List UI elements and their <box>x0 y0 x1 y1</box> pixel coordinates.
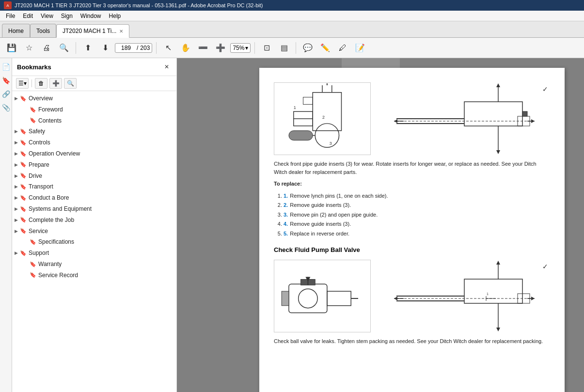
diagram-row-2: ✓ <box>274 260 550 332</box>
bookmark-item-operation-overview[interactable]: ▶ 🔖 Operation Overview <box>12 148 176 159</box>
page-area[interactable]: 1 2 3 ✓ <box>177 58 584 392</box>
tab-doc[interactable]: JT2020 MACH 1 Ti... ✕ <box>56 24 129 38</box>
expand-icon: ▶ <box>12 94 20 102</box>
expand-icon: ▶ <box>12 205 20 213</box>
tab-close-icon[interactable]: ✕ <box>119 29 123 34</box>
svg-marker-45 <box>496 328 500 331</box>
menu-view[interactable]: View <box>37 12 57 20</box>
bookmark-item-prepare[interactable]: ▶ 🔖 Prepare <box>12 159 176 171</box>
prev-page-button[interactable]: ⬆ <box>80 40 95 56</box>
bookmark-item-specifications[interactable]: 🔖 Specifications <box>12 236 176 248</box>
bookmark-item-service-record[interactable]: 🔖 Service Record <box>12 270 176 281</box>
tab-doc-label: JT2020 MACH 1 Ti... <box>63 28 116 34</box>
section-title: Check Fluid Pump Ball Valve <box>274 245 550 255</box>
text-paragraph-2: Check ball valve for leaks. Tighten stem… <box>274 337 550 345</box>
zoom-out-button[interactable]: ➖ <box>195 40 211 56</box>
page-nav-group: / 203 <box>115 43 152 53</box>
bookmark-item-controls[interactable]: ▶ 🔖 Controls <box>12 137 176 148</box>
sidebar-link-icon[interactable]: 🔗 <box>1 89 11 99</box>
menu-edit[interactable]: Edit <box>19 12 37 20</box>
bookmarks-panel: Bookmarks ✕ ☰▾ 🗑 ➕ 🔍 ▶ 🔖 Overview 🔖 Fore… <box>12 58 177 392</box>
expand-icon: ▶ <box>12 172 20 180</box>
print-button[interactable]: 🖨 <box>39 40 54 56</box>
bookmark-item-contents[interactable]: 🔖 Contents <box>12 115 176 126</box>
menu-sign[interactable]: Sign <box>57 12 77 20</box>
bm-sep-1 <box>32 79 32 87</box>
bookmark-icon: 🔖 <box>20 140 27 146</box>
close-bookmarks-button[interactable]: ✕ <box>162 62 172 72</box>
highlight-button[interactable]: ✏️ <box>317 40 333 56</box>
bookmark-icon: 🔖 <box>20 228 27 235</box>
bookmark-icon: 🔖 <box>20 161 27 168</box>
search-button[interactable]: 🔍 <box>56 40 72 56</box>
bookmark-button[interactable]: ☆ <box>21 40 37 56</box>
sign-button[interactable]: 📝 <box>352 40 368 56</box>
step-num: 2. <box>284 202 288 208</box>
bookmark-item-service[interactable]: ▶ 🔖 Service <box>12 226 176 237</box>
bookmark-item-transport[interactable]: ▶ 🔖 Transport <box>12 181 176 192</box>
diagram-box-2 <box>274 260 371 332</box>
find-bookmark-button[interactable]: 🔍 <box>64 78 77 89</box>
tab-home-label: Home <box>8 28 24 34</box>
bookmark-item-drive[interactable]: ▶ 🔖 Drive <box>12 171 176 182</box>
bookmark-item-safety[interactable]: ▶ 🔖 Safety <box>12 126 176 137</box>
next-page-button[interactable]: ⬇ <box>97 40 113 56</box>
save-button[interactable]: 💾 <box>4 40 19 56</box>
step-text: Remove guide inserts (3). <box>290 202 351 208</box>
comment-button[interactable]: 💬 <box>300 40 316 56</box>
svg-rect-35 <box>282 291 289 306</box>
zoom-select[interactable]: 75% ▾ <box>230 43 251 53</box>
separator-2 <box>156 42 157 54</box>
pen-button[interactable]: 🖊 <box>335 40 350 56</box>
cursor-tool-button[interactable]: ↖ <box>160 40 176 56</box>
svg-rect-27 <box>289 284 327 313</box>
page-document: 1 2 3 ✓ <box>259 68 565 392</box>
delete-bookmark-button[interactable]: 🗑 <box>35 78 47 89</box>
tab-bar: Home Tools JT2020 MACH 1 Ti... ✕ <box>0 21 584 38</box>
bookmark-label: Contents <box>38 117 62 125</box>
bookmark-menu-button[interactable]: ☰▾ <box>16 78 29 89</box>
expand-icon: ▶ <box>12 216 20 224</box>
bookmark-item-support[interactable]: ▶ 🔖 Support <box>12 248 176 259</box>
pan-tool-button[interactable]: ✋ <box>178 40 193 56</box>
steps-list: 1.Remove lynch pins (1, one on each side… <box>284 192 550 238</box>
bookmark-label: Warranty <box>38 260 62 268</box>
tab-home[interactable]: Home <box>2 24 30 37</box>
bookmark-icon: 🔖 <box>20 250 27 257</box>
bookmark-icon: 🔖 <box>20 195 27 202</box>
bookmark-item-foreword[interactable]: 🔖 Foreword <box>12 104 176 115</box>
two-page-button[interactable]: ▤ <box>276 40 292 56</box>
svg-marker-22 <box>496 150 500 154</box>
zoom-dropdown-icon: ▾ <box>245 45 248 51</box>
add-bookmark-button[interactable]: ➕ <box>49 78 62 89</box>
svg-marker-24 <box>496 83 500 87</box>
diagram-right-1: ✓ <box>379 82 550 155</box>
sidebar-bookmark-icon[interactable]: 🔖 <box>1 76 11 85</box>
bookmark-item-overview[interactable]: ▶ 🔖 Overview <box>12 93 176 104</box>
bookmark-label: Specifications <box>38 238 74 246</box>
bookmark-label: Conduct a Bore <box>29 194 69 202</box>
bookmark-item-warranty[interactable]: 🔖 Warranty <box>12 259 176 270</box>
svg-rect-0 <box>313 93 341 131</box>
bookmarks-title: Bookmarks <box>17 63 51 71</box>
zoom-in-button[interactable]: ➕ <box>213 40 228 56</box>
machine-side-diagram-svg <box>379 82 550 155</box>
zoom-value: 75% <box>233 45 244 51</box>
menu-window[interactable]: Window <box>77 12 105 20</box>
tab-tools[interactable]: Tools <box>30 24 56 37</box>
page-number-input[interactable] <box>117 45 135 51</box>
bookmarks-toolbar: ☰▾ 🗑 ➕ 🔍 <box>12 76 176 91</box>
menu-help[interactable]: Help <box>105 12 125 20</box>
step-num: 1. <box>284 193 288 199</box>
checkmark-2: ✓ <box>542 262 548 272</box>
bookmark-item-conduct-bore[interactable]: ▶ 🔖 Conduct a Bore <box>12 192 176 204</box>
sidebar-page-icon[interactable]: 📄 <box>1 62 11 72</box>
menu-file[interactable]: File <box>2 12 19 20</box>
page-separator: / <box>137 45 138 51</box>
bookmark-item-complete-job[interactable]: ▶ 🔖 Complete the Job <box>12 215 176 226</box>
fit-page-button[interactable]: ⊡ <box>259 40 274 56</box>
sidebar-attach-icon[interactable]: 📎 <box>1 103 11 112</box>
bookmark-item-systems-equipment[interactable]: ▶ 🔖 Systems and Equipment <box>12 204 176 215</box>
menu-bar: File Edit View Sign Window Help <box>0 11 584 21</box>
svg-marker-20 <box>531 119 535 123</box>
